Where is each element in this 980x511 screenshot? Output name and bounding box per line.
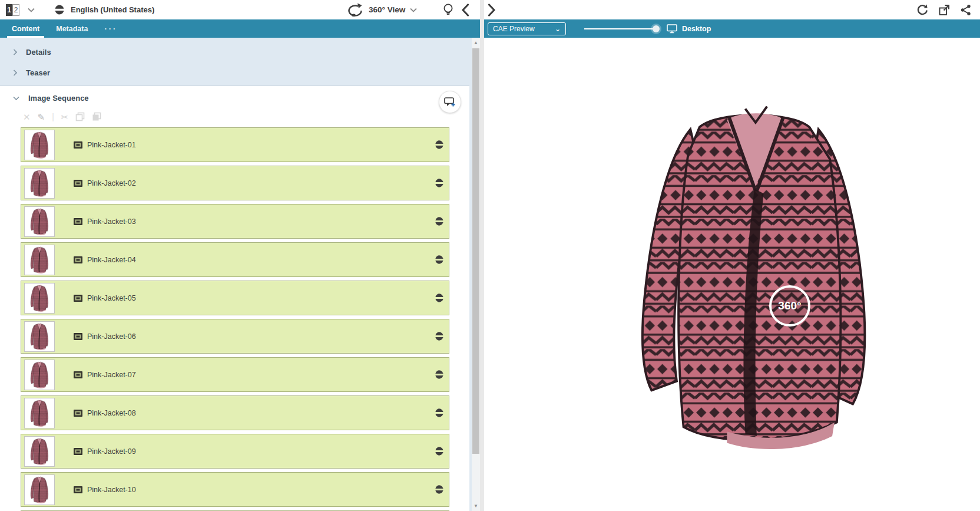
version-badge[interactable]: 1 2 <box>6 4 19 16</box>
locale-selector[interactable]: English (United States) <box>54 4 154 15</box>
item-label: Pink-Jacket-02 <box>87 179 136 187</box>
select-chevron-icon: ⌄ <box>555 25 561 33</box>
rotate-360-icon <box>346 3 364 17</box>
version-number-left: 1 <box>6 4 12 16</box>
scrollbar-thumb[interactable] <box>472 48 479 454</box>
share-icon[interactable] <box>960 4 972 16</box>
image-sequence-item[interactable]: Pink-Jacket-05 <box>21 281 449 315</box>
preview-header-bar <box>484 0 980 19</box>
item-thumbnail[interactable] <box>24 398 55 428</box>
badge-360[interactable]: 360° <box>769 285 810 327</box>
accordion-details[interactable]: Details <box>0 43 469 61</box>
picture-type-icon <box>74 448 82 455</box>
document-type-chevron-icon <box>410 8 417 12</box>
picture-type-icon <box>74 371 82 378</box>
desktop-monitor-icon <box>667 24 677 34</box>
item-label: Pink-Jacket-10 <box>87 486 136 494</box>
preview-mode-value: CAE Preview <box>493 25 535 33</box>
image-sequence-item[interactable]: Pink-Jacket-02 <box>21 166 449 200</box>
image-sequence-item[interactable]: Pink-Jacket-03 <box>21 204 449 239</box>
version-dropdown-chevron-icon[interactable] <box>28 8 35 12</box>
locale-globe-icon <box>434 140 444 150</box>
item-thumbnail[interactable] <box>24 283 55 314</box>
locale-globe-icon <box>54 4 65 15</box>
item-thumbnail[interactable] <box>24 206 55 237</box>
image-sequence-item[interactable]: Pink-Jacket-09 <box>21 434 449 469</box>
locale-globe-icon <box>434 370 444 380</box>
cut-item-icon[interactable]: ✂ <box>61 113 69 121</box>
image-sequence-list: Pink-Jacket-01 Pink-Jacket-02 Pink-Jacke… <box>21 127 449 507</box>
accordion-teaser[interactable]: Teaser <box>0 64 469 81</box>
accordion-teaser-label: Teaser <box>26 68 50 77</box>
open-in-new-window-icon[interactable] <box>938 4 950 16</box>
locale-globe-icon <box>434 293 444 303</box>
accordion-image-sequence[interactable]: Image Sequence <box>0 86 469 110</box>
document-form-pane: 1 2 English (United States) <box>0 0 480 511</box>
expand-panel-icon[interactable] <box>488 4 496 17</box>
image-sequence-item[interactable]: Pink-Jacket-10 <box>21 472 449 507</box>
item-thumbnail[interactable] <box>24 245 55 275</box>
item-thumbnail[interactable] <box>24 130 55 160</box>
slider-thumb[interactable] <box>653 25 660 32</box>
item-label: Pink-Jacket-03 <box>87 217 136 226</box>
remove-item-icon[interactable]: ✕ <box>23 113 31 121</box>
locale-label: English (United States) <box>71 5 154 14</box>
image-sequence-item[interactable]: Pink-Jacket-08 <box>21 395 449 430</box>
preview-toolbar: CAE Preview ⌄ Desktop <box>484 19 980 38</box>
refresh-preview-icon[interactable] <box>916 4 928 16</box>
document-type-label: 360° View <box>369 5 405 14</box>
collapse-panel-icon[interactable] <box>461 4 469 17</box>
picture-type-icon <box>74 256 82 263</box>
item-thumbnail[interactable] <box>24 321 55 352</box>
item-thumbnail[interactable] <box>24 168 55 199</box>
device-label: Desktop <box>682 25 711 33</box>
accordion-details-label: Details <box>26 48 51 57</box>
picture-type-icon <box>74 295 82 302</box>
form-scroll-area: Details Teaser Image Sequence <box>0 38 480 511</box>
picture-type-icon <box>74 410 82 417</box>
item-thumbnail[interactable] <box>24 360 55 390</box>
jacket-360-preview-image[interactable] <box>617 80 892 474</box>
tab-more-menu[interactable]: ··· <box>104 19 117 38</box>
image-sequence-item[interactable]: Pink-Jacket-06 <box>21 319 449 354</box>
locale-globe-icon <box>434 255 444 265</box>
sequence-toolbar: ✕ ✎ | ✂ <box>0 110 469 124</box>
add-comment-button[interactable] <box>439 91 461 113</box>
slider-track[interactable] <box>584 28 658 29</box>
toolbar-separator: | <box>52 112 54 121</box>
locale-globe-icon <box>434 408 444 418</box>
item-label: Pink-Jacket-05 <box>87 294 136 302</box>
scroll-down-arrow[interactable]: ▼ <box>472 502 480 510</box>
device-indicator: Desktop <box>667 24 711 34</box>
scroll-up-arrow[interactable]: ▲ <box>472 38 480 47</box>
document-type-selector[interactable]: 360° View <box>346 0 417 19</box>
picture-type-icon <box>74 486 82 493</box>
image-sequence-item[interactable]: Pink-Jacket-01 <box>21 127 449 162</box>
paste-item-icon[interactable] <box>92 112 101 121</box>
locale-globe-icon <box>434 446 444 456</box>
document-header-bar: 1 2 English (United States) <box>0 0 480 19</box>
chevron-down-icon <box>13 96 19 100</box>
image-sequence-item[interactable]: Pink-Jacket-04 <box>21 242 449 277</box>
comment-add-icon <box>443 96 456 108</box>
badge-360-label: 360° <box>778 299 801 312</box>
picture-type-icon <box>74 180 82 187</box>
locale-globe-icon <box>434 484 444 494</box>
hint-lightbulb-icon[interactable] <box>442 3 454 17</box>
image-sequence-item[interactable]: Pink-Jacket-07 <box>21 357 449 392</box>
item-thumbnail[interactable] <box>24 436 55 467</box>
edit-item-icon[interactable]: ✎ <box>38 113 45 121</box>
left-panel-scrollbar: ▲ ▼ <box>472 38 480 511</box>
item-label: Pink-Jacket-04 <box>87 256 136 264</box>
tab-content[interactable]: Content <box>12 19 39 38</box>
preview-mode-select[interactable]: CAE Preview ⌄ <box>488 22 566 35</box>
device-width-slider[interactable] <box>584 22 658 35</box>
item-label: Pink-Jacket-08 <box>87 409 136 417</box>
image-sequence-section: Image Sequence ✕ ✎ | ✂ <box>0 85 469 511</box>
app-window: 1 2 English (United States) <box>0 0 980 511</box>
copy-item-icon[interactable] <box>75 112 85 121</box>
tab-metadata[interactable]: Metadata <box>56 19 88 38</box>
pane-divider[interactable] <box>480 0 484 511</box>
item-label: Pink-Jacket-01 <box>87 141 136 149</box>
item-thumbnail[interactable] <box>24 474 55 505</box>
